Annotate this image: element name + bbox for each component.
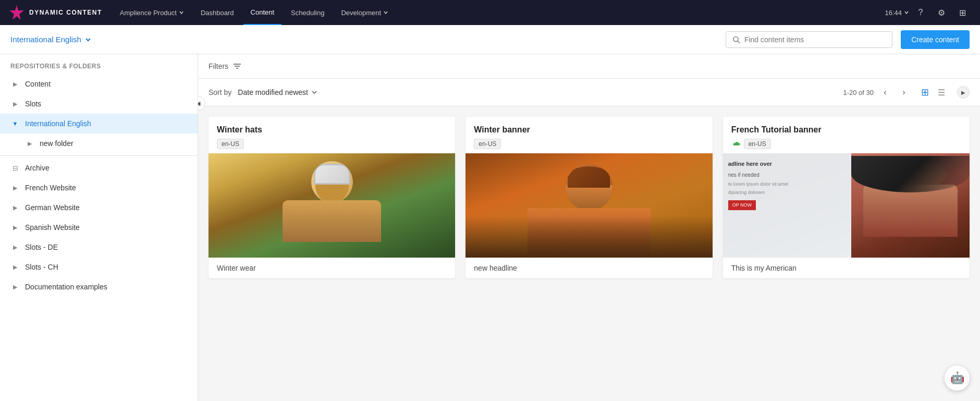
prev-page-button[interactable]: ‹ <box>878 85 892 100</box>
view-toggle: ⊞ ☰ <box>917 85 949 100</box>
chevron-down-icon <box>383 10 388 15</box>
sidebar-item-slots-ch[interactable]: ▶ Slots - CH <box>0 257 198 277</box>
card-image-winter-banner <box>466 153 712 258</box>
sort-value: Date modified newest <box>238 88 308 96</box>
sidebar-item-slots[interactable]: ▶ Slots <box>0 94 198 114</box>
sidebar-item-label: Slots - DE <box>25 243 58 251</box>
card-tag: en-US <box>474 139 501 149</box>
card-header: Winter hats en-US <box>209 117 455 153</box>
nav-time: 16:44 <box>885 9 909 17</box>
page-info: 1-20 of 30 <box>843 89 874 96</box>
sort-bar: Sort by Date modified newest 1-20 of 30 … <box>198 79 980 106</box>
sidebar-item-slots-de[interactable]: ▶ Slots - DE <box>0 237 198 257</box>
hub-dropdown[interactable]: International English <box>10 35 92 44</box>
filters-label: Filters <box>209 62 228 70</box>
nav-item-amplience[interactable]: Amplience Product <box>113 0 191 25</box>
card-footer: Winter wear <box>209 258 455 278</box>
svg-marker-0 <box>9 5 24 20</box>
sidebar-item-label: International English <box>25 119 91 128</box>
sidebar-item-label: Archive <box>25 164 50 172</box>
sidebar-item-label: Slots <box>25 100 41 108</box>
nav-item-development[interactable]: Development <box>334 0 396 25</box>
nav-item-dashboard[interactable]: Dashboard <box>193 0 241 25</box>
sidebar-item-german-website[interactable]: ▶ German Website <box>0 198 198 217</box>
chevron-right-icon: ▶ <box>10 262 20 272</box>
second-bar: International English Create content <box>0 25 980 54</box>
collapse-right-button[interactable]: ▶ <box>957 86 970 99</box>
logo-star-icon <box>8 4 25 21</box>
sort-dropdown[interactable]: Date modified newest <box>238 88 317 96</box>
card-footer: new headline <box>466 258 712 278</box>
logo-area: DYNAMIC CONTENT <box>8 4 102 21</box>
chevron-down-icon <box>84 36 92 43</box>
sidebar-item-international-english[interactable]: ▼ International English <box>0 114 198 133</box>
search-bar[interactable] <box>726 31 892 48</box>
sidebar-item-french-website[interactable]: ▶ French Website <box>0 178 198 198</box>
chevron-right-icon: ▶ <box>10 203 20 212</box>
pagination-info: 1-20 of 30 ‹ › <box>843 85 911 100</box>
chevron-right-icon: ▶ <box>10 183 20 192</box>
sort-label: Sort by <box>209 88 231 96</box>
chevron-right-icon: ▶ <box>10 242 20 252</box>
sidebar-item-label: Content <box>25 80 51 88</box>
sidebar-item-spanish-website[interactable]: ▶ Spanish Website <box>0 217 198 237</box>
filter-icon[interactable] <box>232 62 242 71</box>
chevron-down-icon <box>904 10 909 15</box>
sidebar-item-new-folder[interactable]: ▶ new folder <box>0 133 198 153</box>
apps-icon-btn[interactable]: ⊞ <box>953 3 972 22</box>
filters-bar: Filters <box>198 54 980 79</box>
sidebar-item-content[interactable]: ▶ Content <box>0 74 198 94</box>
next-page-button[interactable]: › <box>897 85 911 100</box>
sidebar-item-docs-examples[interactable]: ▶ Documentation examples <box>0 277 198 297</box>
card-tag: en-US <box>744 139 771 149</box>
chevron-right-icon: ▶ <box>10 223 20 232</box>
card-title: Winter hats <box>217 125 447 135</box>
sidebar-item-archive[interactable]: ⊟ Archive <box>0 158 198 178</box>
content-area: ◀ Filters Sort by Date modified newest 1… <box>198 54 980 401</box>
list-view-button[interactable]: ☰ <box>934 85 949 100</box>
square-minus-icon: ⊟ <box>10 163 20 173</box>
card-header: French Tutorial banner en-US <box>723 117 970 153</box>
card-footer: This is my American <box>723 258 970 278</box>
chevron-down-icon: ▼ <box>10 119 20 128</box>
sidebar-item-label: French Website <box>25 184 76 192</box>
cards-grid: Winter hats en-US <box>198 106 980 289</box>
chevron-down-icon <box>311 89 317 95</box>
card-image-french-tutorial: adline here over nes if needed te lorem … <box>723 153 970 258</box>
chevron-right-icon: ▶ <box>10 79 20 89</box>
card-image-winter-hats <box>209 153 455 258</box>
help-icon-btn[interactable]: ? <box>911 3 930 22</box>
chevron-right-icon: ▶ <box>25 139 34 148</box>
nav-item-scheduling[interactable]: Scheduling <box>284 0 332 25</box>
chevron-right-icon: ▶ <box>10 282 20 291</box>
nav-item-content[interactable]: Content <box>243 0 282 25</box>
card-tag-cloud: en-US <box>731 139 961 149</box>
card-title: French Tutorial banner <box>731 125 961 135</box>
card-header: Winter banner en-US <box>466 117 712 153</box>
search-input[interactable] <box>744 35 886 44</box>
content-card-winter-hats[interactable]: Winter hats en-US <box>209 117 455 278</box>
chevron-right-icon: ▶ <box>10 99 20 108</box>
sidebar-item-label: Spanish Website <box>25 223 80 232</box>
settings-icon-btn[interactable]: ⚙ <box>932 3 951 22</box>
svg-line-2 <box>738 41 740 43</box>
hub-label: International English <box>10 35 81 44</box>
sidebar-item-label: German Website <box>25 203 80 212</box>
content-card-winter-banner[interactable]: Winter banner en-US new headline <box>466 117 712 278</box>
card-title: Winter banner <box>474 125 704 135</box>
search-icon <box>732 35 740 44</box>
sidebar-item-label: Slots - CH <box>25 263 58 271</box>
grid-view-button[interactable]: ⊞ <box>917 85 932 100</box>
top-nav: DYNAMIC CONTENT Amplience Product Dashbo… <box>0 0 980 25</box>
sidebar: Repositories & folders ▶ Content ▶ Slots… <box>0 54 198 401</box>
cloud-icon <box>731 140 741 148</box>
sidebar-item-label: Documentation examples <box>25 283 107 291</box>
content-card-french-tutorial[interactable]: French Tutorial banner en-US adline here… <box>723 117 970 278</box>
create-content-button[interactable]: Create content <box>901 30 970 49</box>
sidebar-item-label: new folder <box>40 139 74 148</box>
chevron-down-icon <box>179 10 184 15</box>
logo-text: DYNAMIC CONTENT <box>29 9 102 16</box>
chat-bubble[interactable]: 🤖 <box>945 366 970 391</box>
sidebar-divider <box>0 155 198 156</box>
main-layout: Repositories & folders ▶ Content ▶ Slots… <box>0 54 980 401</box>
